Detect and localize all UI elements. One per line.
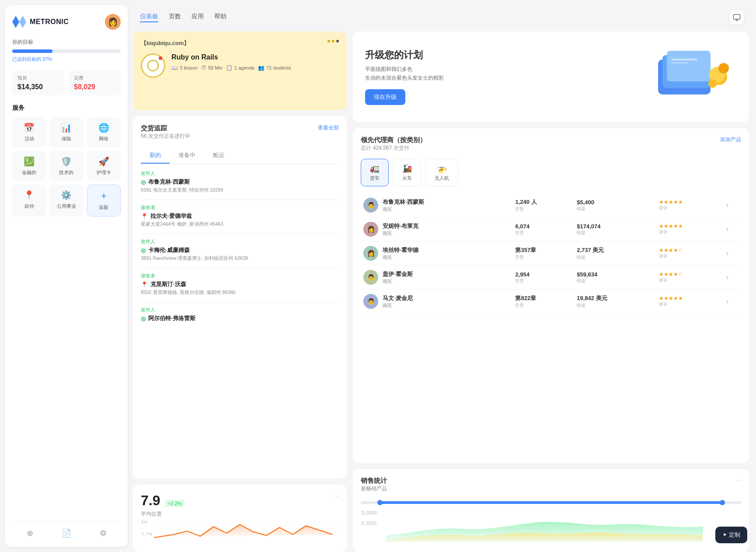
agent-name-cell: 👨 马文·麦金尼 南区 — [361, 290, 512, 314]
mini-chart: 10 7.75 — [141, 518, 339, 544]
name-1: ◎ 布鲁克林·西蒙斯 — [141, 178, 339, 186]
dot-1 — [327, 40, 330, 42]
service-technical[interactable]: 🛡️ 技术的 — [49, 151, 83, 181]
customize-button[interactable]: ✦ 定制 — [715, 527, 747, 543]
range-handle-right[interactable] — [720, 500, 725, 505]
agent-detail-btn-2[interactable]: › — [726, 225, 728, 233]
students-value: 72 students — [266, 65, 291, 70]
agent-detail-btn-5[interactable]: › — [726, 297, 728, 305]
tab-preparing[interactable]: 准备中 — [170, 148, 204, 164]
stat-widget-card: 7.9 +2.2% ··· 平均位置 10 — [133, 485, 347, 552]
agent-trans-5: 第822章 交货 — [512, 290, 574, 314]
shipment-entry-3: 发件人 ◎ 卡梅伦·威廉姆森 3891 Ranchview 理查森博士, 加利福… — [141, 238, 339, 262]
agent-detail-btn-1[interactable]: › — [726, 201, 728, 209]
agent-detail-btn-4[interactable]: › — [726, 273, 728, 281]
agent-revenue-4: $59,634 收益 — [574, 266, 656, 290]
shipment-view-all[interactable]: 查看全部 — [318, 124, 339, 132]
sales-subtitle: 最畅销产品 — [361, 485, 387, 493]
course-dots — [327, 40, 339, 42]
nav-pages[interactable]: 页数 — [169, 13, 181, 22]
avatar: 👩 — [105, 14, 121, 30]
service-reception[interactable]: 📍 款待 — [12, 185, 46, 217]
agents-table: 👨 布鲁克林·西蒙斯 南区 1,240 人 交货 — [361, 193, 741, 314]
students-meta: 👥 72 students — [258, 65, 291, 71]
logo-icon — [12, 16, 26, 28]
course-meta: 📖 3 lesson ⏱ 50 Min 📋 1 agenda — [171, 65, 291, 71]
service-financial[interactable]: 💹 金融的 — [12, 151, 46, 181]
svg-text:3,000: 3,000 — [361, 510, 376, 515]
technical-icon: 🛡️ — [61, 156, 72, 167]
activity-icon: 📅 — [24, 122, 35, 133]
cat-train[interactable]: 🚂 火车 — [393, 159, 421, 186]
expense-value: $8,029 — [74, 83, 115, 91]
agent-arrow-2: › — [724, 217, 741, 241]
layers-icon[interactable]: ⊛ — [27, 528, 33, 538]
notification-icon[interactable] — [730, 10, 744, 24]
loc-icon-3: ◎ — [141, 247, 146, 254]
service-public[interactable]: ⚙️ 公用事业 — [49, 185, 83, 217]
shipment-subtitle: 56 次交付正在进行中 — [141, 133, 190, 140]
budget-value: $14,350 — [17, 83, 59, 91]
loc-icon-5: ◎ — [141, 315, 146, 322]
stat-value: 7.9 — [141, 493, 160, 508]
agent-revenue-5: 19,842 美元 收益 — [574, 290, 656, 314]
agent-rating-2: ★★★★★ 评分 — [656, 217, 724, 241]
agent-trans-4: 2,954 交货 — [512, 266, 574, 290]
duration-value: 50 Min — [208, 65, 223, 70]
role-4: 接收者 — [141, 273, 339, 279]
range-handle-left[interactable] — [377, 500, 383, 505]
dot-3 — [336, 40, 339, 42]
agent-rating-3: ★★★★☆ 评分 — [656, 241, 724, 266]
svg-rect-2 — [734, 14, 740, 19]
file-icon[interactable]: 📄 — [62, 528, 71, 538]
drone-label: 无人机 — [435, 175, 449, 182]
service-insurance[interactable]: 📊 保险 — [49, 117, 83, 147]
agent-trans-3: 第357章 交货 — [512, 241, 574, 266]
tab-new[interactable]: 新的 — [141, 148, 170, 164]
drone-icon: 🚁 — [437, 164, 447, 173]
train-label: 火车 — [402, 175, 412, 182]
upgrade-desc: 平面描图和我们多色 生动的未混合紫色头发女士的精彩 — [365, 65, 444, 82]
svg-point-14 — [708, 79, 717, 88]
main-area: 仪表板 页数 应用 帮助 【biqubiqu.com】 — [133, 0, 756, 552]
upgrade-button[interactable]: 现在升级 — [365, 89, 405, 105]
topnav-right — [730, 10, 744, 24]
divider-2 — [141, 234, 339, 234]
agents-add-btn[interactable]: 添加产品 — [720, 136, 741, 143]
financial-icon: 💹 — [24, 156, 35, 167]
agenda-icon: 📋 — [226, 65, 233, 71]
sales-menu[interactable]: ··· — [736, 477, 741, 483]
stat-menu[interactable]: ··· — [334, 493, 339, 499]
loc-icon-1: ◎ — [141, 179, 146, 185]
agenda-value: 1 agenda — [234, 65, 254, 70]
logo-dot — [159, 56, 162, 60]
tab-shipping[interactable]: 船运 — [204, 148, 233, 164]
svg-text:7.75: 7.75 — [141, 532, 152, 536]
svg-rect-16 — [671, 62, 689, 63]
agents-cat-tabs: 🚛 货车 🚂 火车 🚁 无人机 — [361, 159, 741, 186]
sales-chart: 3,000 2,500 — [361, 509, 741, 544]
insurance-icon: 📊 — [61, 122, 72, 133]
addr-3: 3891 Ranchview 理查森博士, 加利福尼亚州 62639 — [141, 255, 339, 262]
technical-label: 技术的 — [59, 169, 73, 176]
divider-3 — [141, 268, 339, 268]
agent-arrow-3: › — [724, 241, 741, 266]
cat-drone[interactable]: 🚁 无人机 — [425, 159, 458, 186]
nav-dashboard[interactable]: 仪表板 — [140, 13, 158, 22]
shipment-header: 交货追踪 56 次交付正在进行中 查看全部 — [141, 124, 339, 146]
network-label: 网络 — [99, 136, 108, 142]
nav-help[interactable]: 帮助 — [214, 13, 226, 22]
expense-label: 花费 — [74, 75, 115, 81]
cat-truck[interactable]: 🚛 货车 — [361, 159, 389, 186]
service-activity[interactable]: 📅 活动 — [12, 117, 46, 147]
service-network[interactable]: 🌐 网络 — [87, 117, 121, 147]
nav-apps[interactable]: 应用 — [192, 13, 204, 22]
agent-revenue-3: 2,737 美元 收益 — [574, 241, 656, 266]
service-add[interactable]: + 添新 — [87, 185, 121, 217]
agent-trans-1: 1,240 人 交货 — [512, 193, 574, 217]
agent-detail-btn-3[interactable]: › — [726, 249, 728, 257]
service-nursing[interactable]: 🚀 护理卡 — [87, 151, 121, 181]
svg-rect-15 — [671, 59, 697, 60]
settings-icon[interactable]: ⚙ — [100, 528, 107, 538]
avatar-1: 👨 — [363, 198, 378, 213]
